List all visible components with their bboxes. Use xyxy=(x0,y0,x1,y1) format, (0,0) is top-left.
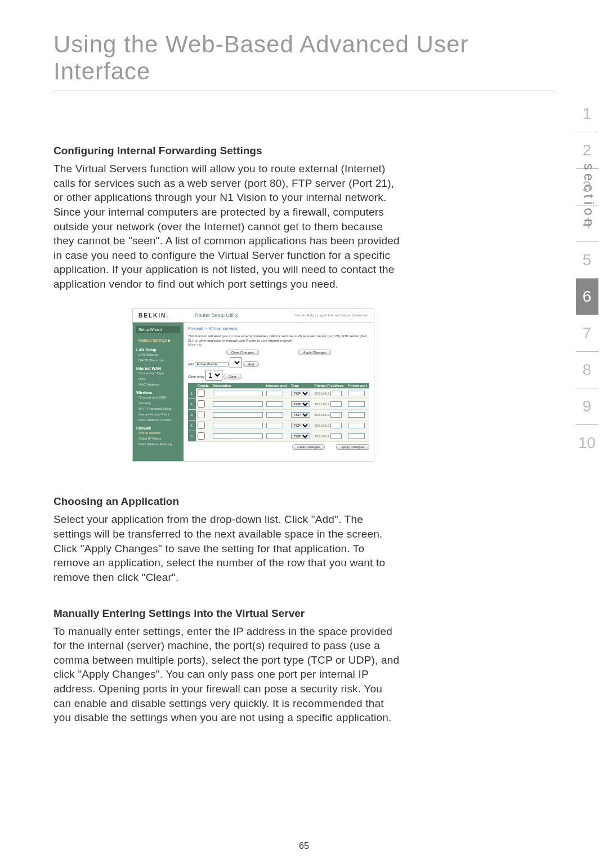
private-ip-cell: 192.168.2. xyxy=(312,388,346,399)
sidebar-item[interactable]: Virtual Servers xyxy=(136,430,180,436)
table-row: 2.TCP192.168.2. xyxy=(188,399,369,410)
apply-changes-button-bottom[interactable]: Apply Changes xyxy=(336,444,369,450)
add-application-select[interactable] xyxy=(230,357,242,368)
add-button[interactable]: Add xyxy=(243,361,260,367)
clear-changes-button-bottom[interactable]: Clear Changes xyxy=(292,444,325,450)
sidebar-item[interactable]: Connection Type xyxy=(136,370,180,376)
add-label: Add xyxy=(188,363,194,366)
table-header: Private IP address xyxy=(312,383,346,388)
type-select[interactable]: TCP xyxy=(291,391,310,396)
table-header: Private port xyxy=(346,383,369,388)
page-description: This function will allow you to route ex… xyxy=(188,334,369,343)
row-number: 4. xyxy=(188,420,196,431)
inbound-port-input[interactable] xyxy=(266,412,283,418)
table-row: 4.TCP192.168.2. xyxy=(188,420,369,431)
type-select[interactable]: TCP xyxy=(291,433,310,439)
private-ip-cell: 192.168.2. xyxy=(312,431,346,442)
router-screenshot: BELKIN. Router Setup Utility Home | Help… xyxy=(132,308,374,462)
description-input[interactable] xyxy=(213,412,263,418)
sidebar-group: Internet WAN xyxy=(136,366,180,370)
sidebar-item[interactable]: Security xyxy=(136,400,180,406)
inbound-port-input[interactable] xyxy=(266,433,283,439)
section-label: section xyxy=(581,163,597,230)
description-input[interactable] xyxy=(213,423,263,428)
private-ip-input[interactable] xyxy=(330,423,342,428)
sidebar-group: Firewall xyxy=(136,426,180,430)
sidebar-item[interactable]: DNS xyxy=(136,376,180,382)
router-brand: BELKIN. xyxy=(138,312,184,319)
private-port-input[interactable] xyxy=(348,423,365,428)
description-input[interactable] xyxy=(213,433,263,439)
sidebar-item[interactable]: DHCP Client List xyxy=(136,357,180,363)
clear-button[interactable]: Clear xyxy=(223,374,242,379)
private-port-input[interactable] xyxy=(348,391,365,396)
inbound-port-input[interactable] xyxy=(266,401,283,407)
table-header: Type xyxy=(289,383,312,388)
inbound-port-input[interactable] xyxy=(266,391,283,396)
type-select[interactable]: TCP xyxy=(291,423,310,428)
table-header: Enable xyxy=(196,383,211,388)
table-header xyxy=(188,383,196,388)
clear-changes-button-top[interactable]: Clear Changes xyxy=(226,350,259,355)
heading-choosing: Choosing an Application xyxy=(53,495,403,508)
sidebar-group: LAN Setup xyxy=(136,348,180,352)
add-application-input[interactable] xyxy=(195,362,229,366)
body-configuring: The Virtual Servers function will allow … xyxy=(53,162,403,292)
private-port-input[interactable] xyxy=(348,412,365,418)
sidebar-group: Wireless xyxy=(136,391,180,395)
manual-settings-link[interactable]: Manual Settings ▶ xyxy=(136,337,180,344)
table-row: 3.TCP192.168.2. xyxy=(188,410,369,420)
section-tab-9[interactable]: 9 xyxy=(576,388,598,425)
private-ip-input[interactable] xyxy=(330,433,342,439)
enable-checkbox[interactable] xyxy=(198,400,205,408)
section-nav: 12345678910 xyxy=(566,96,608,461)
apply-changes-button-top[interactable]: Apply Changes xyxy=(298,350,332,355)
private-ip-cell: 192.168.2. xyxy=(312,420,346,431)
row-number: 2. xyxy=(188,399,196,410)
sidebar-item[interactable]: Client IP Filters xyxy=(136,436,180,441)
router-utility-title: Router Setup Utility xyxy=(195,312,239,318)
section-tab-10[interactable]: 10 xyxy=(576,425,598,461)
table-header: Description xyxy=(211,383,265,388)
private-port-input[interactable] xyxy=(348,401,365,407)
sidebar-item[interactable]: Wi-Fi Protected Setup xyxy=(136,406,180,411)
section-tab-1[interactable]: 1 xyxy=(576,96,598,132)
description-input[interactable] xyxy=(213,391,263,396)
enable-checkbox[interactable] xyxy=(198,411,205,418)
clear-entry-select[interactable]: 1 xyxy=(205,370,222,381)
router-header-links[interactable]: Home | Help | Logout Internet Status: Co… xyxy=(295,314,368,317)
router-sidebar: Setup Wizard Manual Settings ▶ LAN Setup… xyxy=(133,323,184,462)
enable-checkbox[interactable] xyxy=(198,432,205,440)
sidebar-item[interactable]: LAN Settings xyxy=(136,352,180,357)
table-row: 1.TCP192.168.2. xyxy=(188,388,369,399)
section-tab-7[interactable]: 7 xyxy=(576,315,598,352)
sidebar-item[interactable]: MAC Address Control xyxy=(136,417,180,423)
private-ip-input[interactable] xyxy=(330,391,342,396)
private-ip-input[interactable] xyxy=(330,401,342,407)
inbound-port-input[interactable] xyxy=(266,423,283,428)
private-ip-input[interactable] xyxy=(330,412,342,418)
breadcrumb: Firewall > Virtual servers xyxy=(188,326,369,331)
type-select[interactable]: TCP xyxy=(291,412,310,418)
description-input[interactable] xyxy=(213,401,263,407)
type-select[interactable]: TCP xyxy=(291,401,310,407)
setup-wizard-link[interactable]: Setup Wizard xyxy=(136,326,180,333)
page-title: Using the Web-Based Advanced User Interf… xyxy=(53,0,555,91)
sidebar-item[interactable]: MAC Address Filtering xyxy=(136,441,180,447)
section-tab-6[interactable]: 6 xyxy=(576,279,598,315)
virtual-servers-table: EnableDescriptionInbound portTypePrivate… xyxy=(188,383,369,442)
sidebar-item[interactable]: Use as Access Point xyxy=(136,411,180,417)
enable-checkbox[interactable] xyxy=(198,390,205,397)
private-ip-cell: 192.168.2. xyxy=(312,399,346,410)
enable-checkbox[interactable] xyxy=(198,422,205,429)
sidebar-item[interactable]: Channel and SSID xyxy=(136,395,180,400)
heading-manual: Manually Entering Settings into the Virt… xyxy=(53,607,403,620)
private-port-input[interactable] xyxy=(348,433,365,439)
heading-configuring: Configuring Internal Forwarding Settings xyxy=(53,145,403,157)
sidebar-item[interactable]: MAC Address xyxy=(136,382,180,387)
row-number: 1. xyxy=(188,388,196,399)
more-info-link[interactable]: More info xyxy=(188,343,369,346)
section-tab-5[interactable]: 5 xyxy=(576,242,598,279)
section-tab-8[interactable]: 8 xyxy=(576,352,598,388)
body-choosing: Select your application from the drop-do… xyxy=(53,512,403,584)
